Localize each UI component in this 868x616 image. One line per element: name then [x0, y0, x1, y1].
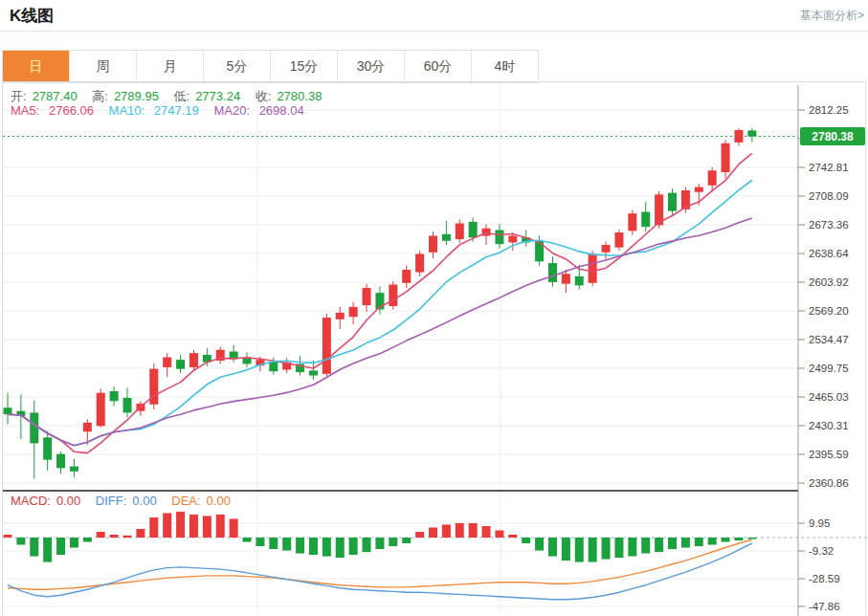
chart-container: 2812.252777.532742.812708.092673.362638.… [2, 81, 866, 615]
ma-readout: MA5: 2766.06 MA10: 2747.19 MA20: 2698.04 [11, 103, 316, 118]
svg-text:2638.64: 2638.64 [809, 248, 849, 259]
dea-label: DEA: [171, 494, 200, 508]
svg-text:2499.75: 2499.75 [809, 363, 849, 374]
svg-text:2430.31: 2430.31 [809, 420, 849, 431]
svg-text:2395.59: 2395.59 [809, 449, 849, 460]
svg-text:2812.25: 2812.25 [809, 104, 849, 116]
svg-text:2780.38: 2780.38 [812, 130, 854, 143]
tab-4hour[interactable]: 4时 [471, 51, 538, 82]
ma20-value: 2698.04 [259, 103, 304, 118]
dea-value: 0.00 [207, 494, 231, 508]
page-title: K线图 [10, 5, 54, 27]
svg-text:-9.32: -9.32 [809, 545, 834, 557]
svg-text:9.95: 9.95 [809, 517, 830, 529]
fundamental-analysis-link[interactable]: 基本面分析> [800, 8, 864, 24]
svg-text:-28.59: -28.59 [809, 573, 840, 584]
kline-chart[interactable]: 2812.252777.532742.812708.092673.362638.… [3, 82, 867, 616]
svg-text:2534.47: 2534.47 [809, 334, 849, 345]
tab-month[interactable]: 月 [136, 51, 203, 82]
svg-text:2742.81: 2742.81 [809, 162, 849, 173]
open-label: 开: [11, 89, 27, 103]
title-divider [0, 31, 868, 32]
high-label: 高: [92, 89, 108, 103]
kline-page: K线图 基本面分析> 日 周 月 5分 15分 30分 60分 4时 2812.… [0, 0, 868, 616]
macd-value: 0.00 [56, 494, 80, 508]
tab-week[interactable]: 周 [69, 51, 136, 82]
ma10-value: 2747.19 [154, 103, 199, 118]
svg-text:2360.86: 2360.86 [809, 477, 849, 489]
macd-readout: MACD:0.00 DIFF:0.00 DEA:0.00 [11, 494, 242, 508]
ma20-label: MA20: [213, 103, 250, 118]
svg-text:2569.20: 2569.20 [809, 305, 849, 317]
svg-text:2465.03: 2465.03 [809, 391, 849, 403]
tab-30min[interactable]: 30分 [337, 51, 404, 82]
tab-15min[interactable]: 15分 [270, 51, 337, 82]
close-value: 2780.38 [277, 89, 322, 103]
tab-60min[interactable]: 60分 [404, 51, 471, 82]
svg-text:2708.09: 2708.09 [809, 190, 849, 202]
high-value: 2789.95 [114, 89, 159, 103]
period-tabbar: 日 周 月 5分 15分 30分 60分 4时 [2, 50, 539, 83]
macd-label: MACD: [11, 494, 51, 508]
ma5-label: MA5: [11, 103, 39, 118]
tab-5min[interactable]: 5分 [203, 51, 270, 82]
open-value: 2787.40 [33, 89, 78, 103]
diff-label: DIFF: [96, 494, 127, 508]
svg-text:2673.36: 2673.36 [809, 219, 849, 231]
close-label: 收: [256, 89, 272, 103]
ma5-value: 2766.06 [49, 103, 94, 118]
ma10-label: MA10: [109, 103, 145, 118]
tab-day[interactable]: 日 [3, 51, 69, 82]
svg-text:-47.86: -47.86 [809, 601, 840, 612]
low-value: 2773.24 [195, 89, 240, 103]
diff-value: 0.00 [132, 494, 156, 508]
low-label: 低: [174, 89, 190, 103]
svg-text:2603.92: 2603.92 [809, 276, 849, 288]
